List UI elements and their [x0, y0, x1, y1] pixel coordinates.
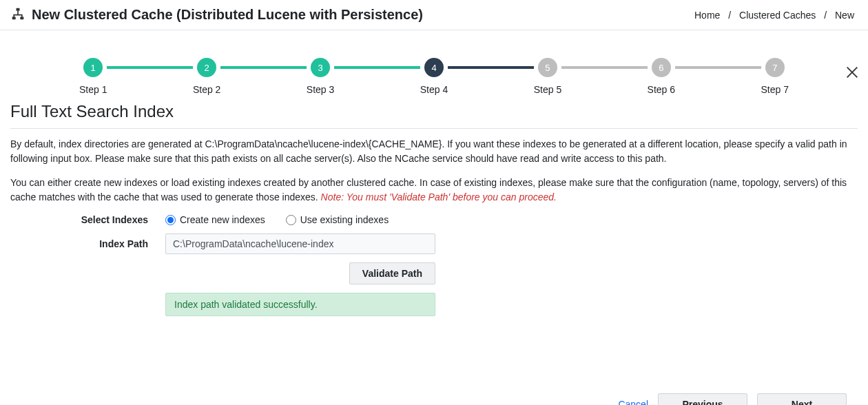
step-line: [220, 66, 306, 69]
radio-use-existing-input[interactable]: [286, 215, 296, 225]
step-label: Step 7: [761, 84, 789, 95]
divider: [10, 128, 858, 129]
step-6[interactable]: 6 Step 6: [648, 58, 675, 95]
radio-use-existing-label: Use existing indexes: [300, 214, 389, 225]
page-header: New Clustered Cache (Distributed Lucene …: [0, 0, 868, 30]
cancel-link[interactable]: Cancel: [618, 399, 648, 405]
label-select-indexes: Select Indexes: [10, 214, 165, 225]
success-message: Index path validated successfully.: [165, 293, 435, 316]
step-label: Step 1: [79, 84, 107, 95]
description-2: You can either create new indexes or loa…: [10, 176, 858, 205]
page-title: New Clustered Cache (Distributed Lucene …: [32, 7, 423, 23]
svg-rect-0: [17, 8, 20, 11]
breadcrumb: Home / Clustered Caches / New: [692, 10, 857, 21]
section-title: Full Text Search Index: [10, 102, 858, 121]
step-circle: 6: [652, 58, 671, 77]
breadcrumb-item-new: New: [835, 10, 854, 21]
step-circle: 3: [311, 58, 330, 77]
previous-button[interactable]: Previous: [658, 393, 747, 405]
breadcrumb-item-clustered-caches[interactable]: Clustered Caches: [739, 10, 816, 21]
radio-group-indexes: Create new indexes Use existing indexes: [165, 214, 435, 225]
step-4[interactable]: 4 Step 4: [420, 58, 448, 95]
form-row-select-indexes: Select Indexes Create new indexes Use ex…: [10, 214, 858, 225]
svg-rect-2: [20, 17, 23, 19]
wizard-footer: Cancel Previous Next: [10, 385, 858, 405]
content: 1 Step 1 2 Step 2 3 Step 3 4 Step 4 5 St…: [0, 58, 868, 405]
step-1[interactable]: 1 Step 1: [79, 58, 107, 95]
step-line: [107, 66, 192, 69]
validate-path-button[interactable]: Validate Path: [349, 262, 435, 284]
step-line: [675, 66, 761, 69]
step-7[interactable]: 7 Step 7: [761, 58, 789, 95]
page-header-left: New Clustered Cache (Distributed Lucene …: [11, 7, 423, 23]
note-text: Note: You must 'Validate Path' before yo…: [321, 191, 557, 202]
close-button[interactable]: [845, 65, 860, 82]
step-label: Step 4: [420, 84, 448, 95]
step-circle: 2: [197, 58, 216, 77]
description-1: By default, index directories are genera…: [10, 137, 858, 166]
step-line: [334, 66, 420, 69]
breadcrumb-item-home[interactable]: Home: [694, 10, 720, 21]
step-circle: 5: [538, 58, 557, 77]
step-line: [561, 66, 647, 69]
next-button[interactable]: Next: [757, 393, 847, 405]
step-circle: 7: [765, 58, 785, 77]
label-index-path: Index Path: [10, 238, 165, 249]
form-row-index-path: Index Path: [10, 233, 858, 254]
radio-create-new[interactable]: Create new indexes: [165, 214, 265, 225]
stepper: 1 Step 1 2 Step 2 3 Step 3 4 Step 4 5 St…: [79, 58, 789, 95]
step-circle: 4: [424, 58, 444, 77]
step-circle: 1: [83, 58, 103, 77]
form-row-success: Index path validated successfully.: [10, 293, 858, 316]
step-5[interactable]: 5 Step 5: [534, 58, 561, 95]
form-row-validate: Validate Path: [10, 262, 858, 284]
radio-use-existing[interactable]: Use existing indexes: [286, 214, 389, 225]
step-line: [448, 66, 533, 69]
step-label: Step 6: [648, 84, 675, 95]
step-3[interactable]: 3 Step 3: [307, 58, 334, 95]
step-label: Step 3: [307, 84, 334, 95]
index-path-input[interactable]: [165, 233, 435, 254]
step-label: Step 2: [193, 84, 220, 95]
radio-create-new-label: Create new indexes: [180, 214, 265, 225]
step-label: Step 5: [534, 84, 561, 95]
step-2[interactable]: 2 Step 2: [193, 58, 220, 95]
svg-rect-1: [12, 17, 16, 19]
sitemap-icon: [11, 7, 25, 23]
radio-create-new-input[interactable]: [165, 215, 176, 225]
